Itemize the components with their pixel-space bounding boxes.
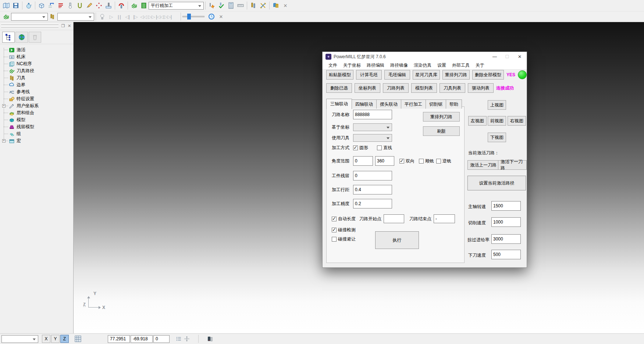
axis-z-button[interactable]: Z bbox=[60, 335, 69, 343]
expand-icon[interactable]: + bbox=[2, 104, 6, 108]
tree-item-tools[interactable]: 刀具 bbox=[0, 74, 73, 81]
refresh-button[interactable]: 刷新 bbox=[423, 126, 460, 136]
tool-icon[interactable] bbox=[65, 1, 75, 10]
grid-icon[interactable] bbox=[74, 335, 82, 343]
save-icon[interactable] bbox=[11, 1, 21, 10]
use-tool-dropdown[interactable] bbox=[353, 134, 392, 142]
auto-length-checkbox[interactable]: 自动长度 bbox=[332, 216, 356, 222]
dialog-titlebar[interactable]: ✦ PowerMILL 忆梦星河 7.0.6 — ☐ ✕ bbox=[323, 52, 527, 62]
tree-item-groups[interactable]: 组 bbox=[0, 130, 73, 137]
menu-settings[interactable]: 设置 bbox=[434, 62, 449, 69]
clock-icon[interactable] bbox=[207, 12, 216, 21]
tab-swivel-head[interactable]: 摆头联动 bbox=[376, 99, 401, 109]
left-view-button[interactable]: 左视图 bbox=[468, 116, 487, 126]
stock-remain-input[interactable]: 0 bbox=[353, 171, 392, 180]
status-dropdown[interactable] bbox=[1, 335, 38, 343]
activate-next-button[interactable]: 激活下一刀路 bbox=[498, 160, 527, 170]
compare-cylinders-icon[interactable] bbox=[271, 1, 281, 10]
collision-check-checkbox[interactable]: 碰撞检测 bbox=[332, 227, 356, 233]
toolbar-close-icon[interactable]: ✕ bbox=[281, 1, 290, 10]
calc-stock-button[interactable]: 计算毛坯 bbox=[356, 70, 382, 80]
tab-3axis[interactable]: 三轴联动 bbox=[326, 99, 352, 109]
lightbulb-icon[interactable] bbox=[97, 12, 107, 21]
fast-forward-icon[interactable]: ▷▷ bbox=[147, 13, 156, 21]
tool-library-button[interactable]: 星河刀具库 bbox=[413, 70, 440, 80]
bottom-view-button[interactable]: 下视图 bbox=[488, 133, 506, 142]
minimize-button[interactable]: — bbox=[488, 52, 501, 62]
expand-icon[interactable]: + bbox=[2, 139, 6, 143]
tool-pair-icon[interactable] bbox=[249, 1, 258, 10]
toolpath-list-button[interactable]: 刀路列表 bbox=[383, 83, 409, 93]
tree-item-levels-sets[interactable]: 层和组合 bbox=[0, 109, 73, 116]
tab-recycle-bin[interactable] bbox=[29, 32, 41, 43]
delete-all-models-button[interactable]: 删除全部模型 bbox=[472, 70, 504, 80]
tree-item-stock-models[interactable]: 残留模型 bbox=[0, 123, 73, 130]
toolpath-spring-icon[interactable] bbox=[129, 1, 139, 10]
open-file-icon[interactable] bbox=[1, 1, 11, 10]
spindle-speed-input[interactable]: 1500 bbox=[491, 201, 521, 211]
block-icon[interactable] bbox=[37, 1, 46, 10]
sim-tool-dropdown[interactable] bbox=[57, 13, 94, 21]
menu-about-coords[interactable]: 关于坐标 bbox=[340, 62, 364, 69]
axis-x-button[interactable]: X bbox=[42, 335, 50, 343]
sim-toolpath-spring-icon[interactable] bbox=[1, 12, 11, 21]
tree-item-macros[interactable]: +宏 bbox=[0, 137, 73, 144]
execute-button[interactable]: 执行 bbox=[375, 231, 419, 249]
conventional-checkbox[interactable]: 逆铣 bbox=[436, 158, 451, 164]
go-end-icon[interactable]: ▷▷| bbox=[164, 13, 172, 21]
tab-4axis[interactable]: 四轴联动 bbox=[352, 99, 377, 109]
panel-close-icon[interactable]: ✕ bbox=[67, 23, 72, 29]
play-icon[interactable]: ▷ bbox=[107, 13, 115, 21]
sim-tools-icon[interactable] bbox=[48, 12, 57, 21]
simulate-fire-icon[interactable] bbox=[207, 1, 217, 10]
menu-file[interactable]: 文件 bbox=[325, 62, 340, 69]
tree-item-workplanes[interactable]: +用户坐标系 bbox=[0, 102, 73, 109]
climb-checkbox[interactable]: 顺铣 bbox=[419, 158, 434, 164]
menu-render-sim[interactable]: 渲染仿真 bbox=[411, 62, 434, 69]
cutting-speed-input[interactable]: 1000 bbox=[491, 217, 521, 227]
tree-item-nc-program[interactable]: NC程序 bbox=[0, 60, 73, 67]
top-view-button[interactable]: 上视图 bbox=[488, 100, 506, 110]
pattern-pencil-icon[interactable] bbox=[85, 1, 94, 10]
skim-feed-input[interactable]: 3000 bbox=[491, 234, 521, 244]
model-list-button[interactable]: 模型列表 bbox=[411, 83, 437, 93]
boundary-u-icon[interactable] bbox=[75, 1, 85, 10]
tab-help[interactable]: 帮助 bbox=[446, 99, 462, 109]
tool-holder-icon[interactable] bbox=[117, 1, 126, 10]
start-point-input[interactable] bbox=[384, 214, 404, 223]
activate-prev-button[interactable]: 激活上一刀路 bbox=[467, 160, 499, 170]
tree-item-models[interactable]: 模型 bbox=[0, 116, 73, 123]
ruler-icon[interactable] bbox=[236, 1, 245, 10]
coord-list-button[interactable]: 坐标列表 bbox=[355, 83, 380, 93]
line-checkbox[interactable]: 直线 bbox=[377, 145, 392, 151]
stepover-input[interactable]: 0.4 bbox=[353, 185, 392, 194]
menu-path-edit[interactable]: 路径编辑 bbox=[364, 62, 387, 69]
tree-item-activate[interactable]: 激活 bbox=[0, 46, 73, 53]
stock-levels-icon[interactable] bbox=[56, 1, 65, 10]
tab-web-globe[interactable] bbox=[15, 32, 28, 43]
speed-slider[interactable] bbox=[182, 16, 204, 17]
sim-toolpath-dropdown[interactable] bbox=[11, 13, 48, 21]
plunge-speed-input[interactable]: 500 bbox=[491, 250, 521, 259]
collision-avoid-checkbox[interactable]: 碰撞避让 bbox=[332, 236, 356, 242]
paste-new-model-button[interactable]: 粘贴新模型 bbox=[326, 70, 353, 80]
pause-icon[interactable]: | | bbox=[115, 13, 123, 21]
coord-y-value[interactable]: -69.918 bbox=[131, 335, 153, 343]
calculator-icon[interactable] bbox=[226, 1, 236, 10]
coord-z-value[interactable]: 0 bbox=[153, 335, 170, 343]
tree-item-feature-sets[interactable]: 特征设置 bbox=[0, 95, 73, 102]
based-coord-dropdown[interactable] bbox=[353, 123, 392, 131]
menu-path-mirror[interactable]: 路径镜像 bbox=[387, 62, 411, 69]
toolpath-strategy-icon[interactable] bbox=[46, 1, 56, 10]
rewind-icon[interactable]: ◁◁ bbox=[139, 13, 147, 21]
axis-y-button[interactable]: Y bbox=[51, 335, 60, 343]
tree-item-patterns[interactable]: 参考线 bbox=[0, 88, 73, 95]
tab-saw[interactable]: 切割锯 bbox=[426, 99, 446, 109]
angle-from-input[interactable]: 0 bbox=[353, 156, 373, 166]
sim-toolbar-close-icon[interactable]: ✕ bbox=[216, 12, 226, 21]
tab-explorer-tree[interactable] bbox=[2, 32, 15, 43]
dock-icon[interactable]: ❐ bbox=[60, 23, 66, 29]
tree-item-boundaries[interactable]: 边界 bbox=[0, 81, 73, 88]
end-point-input[interactable]: - bbox=[434, 214, 455, 223]
maximize-button[interactable]: ☐ bbox=[501, 52, 513, 62]
